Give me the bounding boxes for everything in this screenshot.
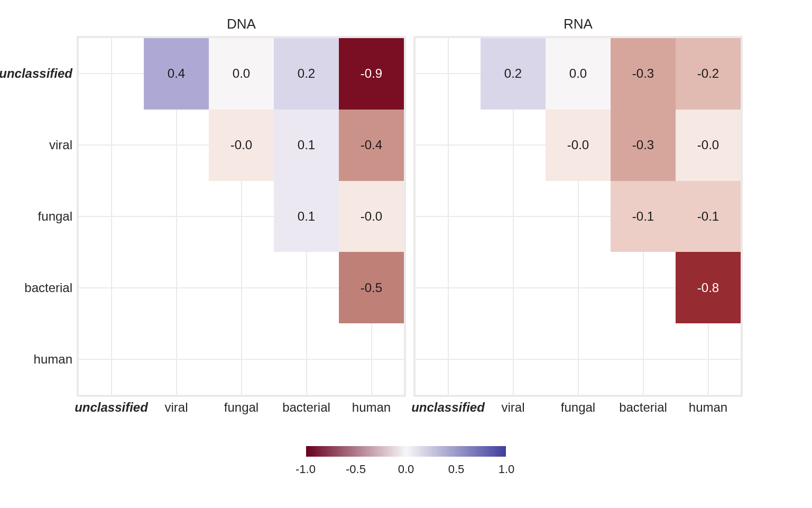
heatmap-cell-label: 0.2 bbox=[298, 66, 315, 81]
y-tick-label: human bbox=[34, 352, 79, 367]
heatmap-cell-label: -0.0 bbox=[361, 209, 382, 224]
heatmap-cell: -0.9 bbox=[339, 38, 404, 110]
x-tick-label: fungal bbox=[224, 395, 259, 415]
heatmap-cell: 0.1 bbox=[274, 110, 339, 181]
heatmap-cell: -0.1 bbox=[611, 181, 676, 252]
heatmap-cell-label: -0.8 bbox=[697, 280, 719, 295]
heatmap-cell: -0.5 bbox=[339, 252, 404, 323]
colorbar-tick-label: -0.5 bbox=[346, 462, 366, 476]
heatmap-cell: -0.4 bbox=[339, 110, 404, 181]
heatmap-cell: 0.2 bbox=[481, 38, 546, 110]
heatmap-cell-label: 0.1 bbox=[298, 209, 315, 224]
panel-rna: RNA0.20.0-0.3-0.2-0.0-0.3-0.0-0.1-0.1-0.… bbox=[413, 16, 743, 397]
colorbar-tick-label: -1.0 bbox=[296, 462, 316, 476]
x-tick-label: unclassified bbox=[75, 395, 148, 415]
heatmap-cell-label: -0.3 bbox=[632, 66, 654, 81]
x-tick-label: viral bbox=[164, 395, 188, 415]
heatmap-cell-label: -0.3 bbox=[632, 138, 654, 152]
heatmap-cell: 0.1 bbox=[274, 181, 339, 252]
heatmap-cell: 0.2 bbox=[274, 38, 339, 110]
heatmap-cell: 0.4 bbox=[144, 38, 209, 110]
heatmap-cell-label: 0.2 bbox=[504, 66, 522, 81]
heatmap-cell-label: -0.0 bbox=[697, 138, 719, 152]
y-tick-label: bacterial bbox=[24, 280, 79, 295]
heatmap-cell-label: -0.1 bbox=[697, 209, 719, 224]
heatmap-cell-label: -0.9 bbox=[361, 66, 382, 81]
heatmap-cell: -0.3 bbox=[611, 110, 676, 181]
x-tick-label: human bbox=[352, 395, 391, 415]
x-tick-label: fungal bbox=[561, 395, 595, 415]
x-tick-label: viral bbox=[501, 395, 524, 415]
heatmap-cell-label: -0.0 bbox=[567, 138, 589, 152]
heatmap-cell: -0.0 bbox=[339, 181, 404, 252]
colorbar-ticks: -1.0-0.50.00.51.0 bbox=[306, 462, 506, 477]
heatmap-cell-label: 0.0 bbox=[569, 66, 587, 81]
heatmap-cell-label: -0.0 bbox=[230, 138, 252, 152]
plot-area: 0.20.0-0.3-0.2-0.0-0.3-0.0-0.1-0.1-0.8un… bbox=[413, 36, 743, 397]
x-tick-label: bacterial bbox=[282, 395, 330, 415]
gridline-h bbox=[79, 359, 404, 360]
heatmap-cell-label: -0.4 bbox=[361, 138, 382, 152]
plot-area: 0.40.00.2-0.9-0.00.1-0.40.1-0.0-0.5uncla… bbox=[77, 36, 406, 397]
y-tick-label: unclassified bbox=[0, 66, 79, 81]
heatmap-cell: 0.0 bbox=[546, 38, 611, 110]
x-tick-label: bacterial bbox=[619, 395, 667, 415]
panel-title: DNA bbox=[77, 16, 406, 36]
heatmap-cell-label: 0.4 bbox=[168, 66, 185, 81]
heatmap-cell-label: -0.5 bbox=[361, 280, 382, 295]
heatmap-cell-label: 0.1 bbox=[298, 138, 315, 152]
heatmap-cell: -0.0 bbox=[546, 110, 611, 181]
heatmap-cell: 0.0 bbox=[209, 38, 274, 110]
heatmap-cell: -0.8 bbox=[676, 252, 741, 323]
colorbar-gradient bbox=[306, 446, 506, 457]
heatmap-cell: -0.0 bbox=[209, 110, 274, 181]
heatmap-panels: DNA0.40.00.2-0.9-0.00.1-0.40.1-0.0-0.5un… bbox=[77, 16, 743, 397]
figure: DNA0.40.00.2-0.9-0.00.1-0.40.1-0.0-0.5un… bbox=[0, 0, 812, 508]
y-tick-label: fungal bbox=[38, 209, 79, 224]
y-tick-label: viral bbox=[49, 138, 79, 152]
panel-title: RNA bbox=[413, 16, 743, 36]
gridline-h bbox=[416, 359, 741, 360]
panel-dna: DNA0.40.00.2-0.9-0.00.1-0.40.1-0.0-0.5un… bbox=[77, 16, 406, 397]
x-tick-label: human bbox=[689, 395, 727, 415]
colorbar: -1.0-0.50.00.51.0 bbox=[306, 446, 506, 477]
colorbar-tick-label: 1.0 bbox=[499, 462, 515, 476]
heatmap-cell-label: -0.2 bbox=[697, 66, 719, 81]
heatmap-cell: -0.1 bbox=[676, 181, 741, 252]
heatmap-cell: -0.2 bbox=[676, 38, 741, 110]
heatmap-cell: -0.3 bbox=[611, 38, 676, 110]
colorbar-tick-label: 0.5 bbox=[448, 462, 465, 476]
heatmap-cell: -0.0 bbox=[676, 110, 741, 181]
colorbar-tick-label: 0.0 bbox=[398, 462, 414, 476]
heatmap-cell-label: -0.1 bbox=[632, 209, 654, 224]
heatmap-cell-label: 0.0 bbox=[233, 66, 250, 81]
x-tick-label: unclassified bbox=[411, 395, 485, 415]
